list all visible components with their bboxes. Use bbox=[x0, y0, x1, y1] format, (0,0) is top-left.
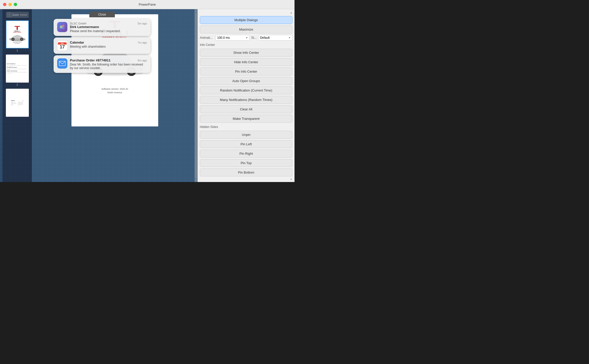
unpin-button[interactable]: Unpin bbox=[200, 131, 292, 139]
zoom-slider[interactable] bbox=[20, 15, 27, 15]
calendar-icon: JUL 17 bbox=[57, 41, 67, 51]
notif-2-title: Calendar bbox=[70, 41, 84, 44]
pin-bottom-button[interactable]: Pin Bottom bbox=[200, 168, 292, 176]
svg-point-6 bbox=[12, 38, 14, 40]
animation-value-select[interactable]: 100.0 ms ▼ bbox=[215, 35, 250, 41]
maximize-button[interactable] bbox=[14, 3, 17, 6]
doc-version-info: Software version: 2020.20 North America bbox=[101, 87, 128, 95]
svg-rect-2 bbox=[16, 26, 17, 27]
notif-1-title: Dirk Lemmermann bbox=[70, 25, 99, 29]
info-center-label: Info Center bbox=[200, 43, 292, 47]
notification-card-calendar[interactable]: JUL 17 Calendar 7m ago Meeting with shar… bbox=[54, 37, 151, 54]
start-label: St... bbox=[251, 36, 256, 40]
left-panel: ⊡ Zoom MODEL 3 OWNER'S MANUAL bbox=[0, 9, 198, 182]
dlsc-icon bbox=[57, 22, 67, 32]
hidden-sides-label: Hidden Sides bbox=[200, 125, 292, 129]
notifications-panel: Close DLSC GmbH Dirk Lemmermann bbox=[51, 9, 153, 75]
thumb-1-label: 1 bbox=[17, 49, 18, 52]
notif-1-time: 5m ago bbox=[138, 22, 147, 25]
scroll-up-indicator: ▲ bbox=[200, 11, 292, 14]
notif-3-header: Purchase Order #8774911 6m ago bbox=[70, 58, 147, 62]
notif-1-content: DLSC GmbH Dirk Lemmermann 5m ago Please … bbox=[70, 22, 147, 33]
scroll-down-indicator: ▼ bbox=[200, 178, 292, 181]
cal-day: 17 bbox=[60, 45, 65, 49]
svg-point-24 bbox=[62, 27, 65, 29]
pin-right-button[interactable]: Pin Right bbox=[200, 150, 292, 158]
tesla-logo-icon bbox=[14, 25, 20, 30]
animation-label: Animati... bbox=[200, 36, 214, 40]
notif-1-sender: DLSC GmbH bbox=[70, 22, 99, 25]
close-button[interactable] bbox=[3, 3, 6, 6]
notif-3-message: Dear Mr. Smith, the following order has … bbox=[70, 63, 147, 70]
notif-3-time: 6m ago bbox=[138, 59, 147, 62]
dlsc-logo-icon bbox=[59, 23, 66, 31]
thumbnail-1[interactable]: MODEL 3 OWNER'S MANUAL Software version:… bbox=[6, 20, 29, 48]
notif-2-content: Calendar 7m ago Meeting with shareholder… bbox=[70, 41, 147, 48]
pin-top-button[interactable]: Pin Top bbox=[200, 159, 292, 167]
notif-1-header: DLSC GmbH Dirk Lemmermann 5m ago bbox=[70, 22, 147, 29]
window-controls bbox=[3, 3, 17, 6]
right-panel: ▲ Multiple Dialogs Maximize Animati... 1… bbox=[198, 9, 294, 182]
thumb-version: Software version: 2020.20North America bbox=[13, 42, 22, 44]
thumb-2-label: 2 bbox=[17, 83, 18, 86]
scroll-down-arrow[interactable]: ▼ bbox=[195, 179, 197, 181]
pin-left-button[interactable]: Pin Left bbox=[200, 140, 292, 148]
notif-2-time: 7m ago bbox=[138, 41, 147, 44]
hide-info-center-button[interactable]: Hide Info Center bbox=[200, 58, 292, 66]
thumbnail-3[interactable]: Contents 🔍 Overview ............. Openin… bbox=[6, 89, 29, 117]
thumb-page-content: SAFETY INFORMATION The Model 3 Owner's M… bbox=[6, 62, 29, 75]
show-info-center-button[interactable]: Show Info Center bbox=[200, 49, 292, 57]
thumb-3-container: Contents 🔍 Overview ............. Openin… bbox=[6, 89, 29, 118]
notif-3-content: Purchase Order #8774911 6m ago Dear Mr. … bbox=[70, 58, 147, 70]
multiple-dialogs-button[interactable]: Multiple Dialogs bbox=[200, 16, 292, 24]
main-layout: ⊡ Zoom MODEL 3 OWNER'S MANUAL bbox=[0, 9, 294, 182]
scroll-indicator: ▲ ▼ bbox=[194, 9, 198, 182]
thumb-2-container: SAFETY INFORMATION The Model 3 Owner's M… bbox=[6, 55, 29, 86]
scroll-up-arrow[interactable]: ▲ bbox=[195, 10, 197, 12]
make-transparent-button[interactable]: Make Transparent bbox=[200, 115, 292, 123]
animation-dropdown-arrow-icon: ▼ bbox=[246, 36, 248, 39]
thumb-car-icon bbox=[8, 33, 26, 42]
notif-1-message: Please send the material I requested. bbox=[70, 29, 147, 33]
maximize-button[interactable]: Maximize bbox=[200, 25, 292, 33]
zoom-label: Zoom bbox=[13, 14, 19, 16]
random-notification-button[interactable]: Random Notification (Current Time) bbox=[200, 86, 292, 94]
svg-point-7 bbox=[21, 38, 22, 40]
animation-row: Animati... 100.0 ms ▼ St... Default ▼ bbox=[200, 35, 292, 41]
mail-icon bbox=[57, 58, 67, 69]
notification-card-dlsc[interactable]: DLSC GmbH Dirk Lemmermann 5m ago Please … bbox=[54, 19, 151, 36]
thumbnail-2[interactable]: SAFETY INFORMATION The Model 3 Owner's M… bbox=[6, 55, 29, 83]
doc-sidebar: ⊡ Zoom MODEL 3 OWNER'S MANUAL bbox=[3, 9, 32, 182]
start-value-select[interactable]: Default ▼ bbox=[258, 35, 292, 41]
zoom-icon: ⊡ bbox=[7, 13, 11, 17]
svg-rect-1 bbox=[15, 26, 20, 27]
minimize-button[interactable] bbox=[8, 3, 12, 6]
close-bar[interactable]: Close bbox=[89, 12, 115, 17]
many-notifications-button[interactable]: Many Notifications (Random Times) bbox=[200, 96, 292, 104]
thumb-1-container: MODEL 3 OWNER'S MANUAL Software version:… bbox=[6, 20, 29, 52]
notif-3-title: Purchase Order #8774911 bbox=[70, 58, 111, 62]
notification-card-mail[interactable]: Purchase Order #8774911 6m ago Dear Mr. … bbox=[54, 55, 151, 73]
scroll-thumb[interactable] bbox=[195, 13, 197, 178]
zoom-bar: ⊡ Zoom bbox=[6, 12, 29, 18]
auto-open-groups-button[interactable]: Auto Open Groups bbox=[200, 77, 292, 85]
titlebar: PowerPane bbox=[0, 0, 294, 9]
notif-2-header: Calendar 7m ago bbox=[70, 41, 147, 44]
clear-all-button[interactable]: Clear All bbox=[200, 105, 292, 113]
notif-2-message: Meeting with shareholders bbox=[70, 45, 147, 48]
window-title: PowerPane bbox=[139, 3, 156, 6]
start-dropdown-arrow-icon: ▼ bbox=[288, 36, 291, 39]
pin-info-center-button[interactable]: Pin Info Center bbox=[200, 68, 292, 75]
mail-envelope-icon bbox=[59, 61, 66, 66]
thumb-contents: Contents 🔍 Overview ............. Openin… bbox=[10, 100, 24, 106]
